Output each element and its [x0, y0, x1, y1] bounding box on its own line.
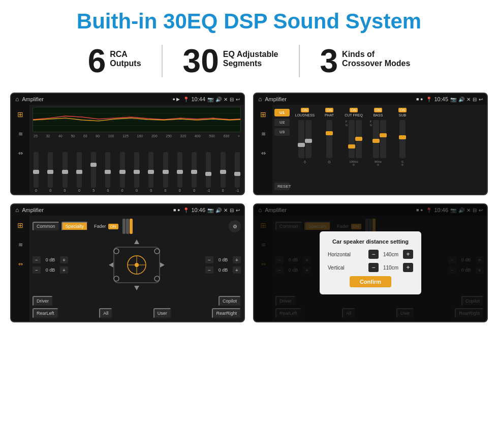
status-icons-2: 📍 10:45 📷 🔊 ✕ ⊟ ↩ [426, 96, 483, 102]
bass-slider-f[interactable] [373, 120, 379, 158]
db3-plus[interactable]: + [233, 256, 241, 263]
sub-on[interactable]: ON [398, 108, 407, 112]
home-icon-3: ⌂ [15, 206, 19, 214]
eq-icon-3[interactable]: ⊞ [15, 220, 26, 231]
camera-icon-3: 📷 [207, 207, 213, 213]
eq-slider-4: 0 [77, 152, 82, 192]
all-button[interactable]: All [99, 308, 112, 318]
close-icon-3: ✕ [224, 207, 228, 213]
stat-crossover-line1: Kinds of [342, 50, 410, 59]
svg-point-7 [135, 263, 139, 267]
fader-on-badge[interactable]: ON [108, 224, 118, 229]
stat-rca: 6 RCA Outputs [68, 45, 163, 77]
eq-icon-2[interactable]: ⊞ [258, 109, 269, 120]
wave-icon-3[interactable]: ≋ [15, 239, 26, 250]
stat-crossover-line2: Crossover Modes [342, 59, 410, 68]
common-tab[interactable]: Common [33, 222, 59, 231]
reset-button-crossover[interactable]: RESET [274, 183, 290, 190]
copilot-button[interactable]: Copilot [219, 296, 241, 306]
loudness-slider-r[interactable] [305, 120, 312, 158]
eq-slider-8: 0 [134, 152, 139, 192]
user-button[interactable]: User [153, 308, 171, 318]
stat-crossover-desc: Kinds of Crossover Modes [342, 45, 410, 68]
db1-minus[interactable]: − [33, 256, 41, 263]
status-title-3: Amplifier [22, 207, 170, 213]
db2-plus[interactable]: + [60, 266, 68, 274]
horizontal-plus[interactable]: + [403, 250, 413, 259]
vol-icon[interactable]: ⇔ [15, 147, 26, 159]
camera-icon-1: 📷 [207, 97, 213, 102]
clock-3: 10:46 [191, 207, 205, 213]
db3-minus[interactable]: − [205, 256, 213, 263]
eq-slider-14: 0 [221, 152, 226, 192]
screen-crossover-inner: ⊞ ≋ ⇔ U1 U2 U3 RESET ON [254, 105, 487, 194]
wave-icon-2[interactable]: ≋ [258, 128, 269, 139]
fader-bottom-row: Driver Copilot [33, 296, 241, 306]
waveform-icon-2: ≋ [261, 131, 266, 137]
rearright-button[interactable]: RearRight [212, 308, 241, 318]
eq-icon[interactable]: ⊞ [15, 109, 26, 120]
svg-marker-14 [109, 262, 113, 267]
u1-preset[interactable]: U1 [274, 109, 290, 116]
db4-plus[interactable]: + [233, 266, 241, 274]
phat-label: PHAT [325, 113, 334, 117]
cutfreq-slider-g[interactable] [356, 120, 362, 158]
cutfreq-on[interactable]: ON [350, 108, 358, 112]
loudness-slider-l[interactable] [298, 120, 304, 158]
volume-arrows-icon: ⇔ [18, 150, 23, 157]
db1-plus[interactable]: + [60, 256, 68, 263]
db4-minus[interactable]: − [205, 266, 213, 274]
eq-slider-15: -1 [235, 152, 240, 192]
wave-icon[interactable]: ≋ [15, 128, 26, 139]
eq-main-area: 25 32 40 50 63 80 100 125 160 200 250 32… [29, 105, 244, 194]
vertical-plus[interactable]: + [403, 263, 413, 272]
vol-icon-2[interactable]: ⇔ [258, 147, 269, 159]
eq-slider-6: 0 [105, 152, 110, 192]
eq-freq-labels: 25 32 40 50 63 80 100 125 160 200 250 32… [33, 134, 241, 138]
volume-icon-1: 🔊 [215, 97, 222, 102]
dialog-overlay: Car speaker distance setting Horizontal … [254, 204, 487, 321]
u2-preset[interactable]: U2 [274, 118, 290, 126]
fader-content: − 0 dB + − 0 dB + [33, 237, 241, 293]
screen-crossover: ⌂ Amplifier ■ ● 📍 10:45 📷 🔊 ✕ ⊟ ↩ ⊞ ≋ [253, 93, 488, 195]
rearleft-button[interactable]: RearLeft [33, 308, 58, 318]
waveform-icon: ≋ [18, 131, 23, 137]
vol-icon-3[interactable]: ⇔ [15, 258, 26, 270]
back-icon-1: ↩ [236, 97, 240, 102]
volume-icon-2: 🔊 [458, 97, 464, 102]
vertical-value: 110cm [381, 265, 401, 271]
cutfreq-slider-f[interactable] [349, 120, 355, 158]
location-icon-2: 📍 [426, 97, 432, 102]
dots-icon-2: ■ ● [416, 97, 423, 102]
driver-button[interactable]: Driver [33, 296, 53, 306]
phat-on[interactable]: ON [325, 108, 334, 112]
db4-value: 0 dB [215, 267, 231, 273]
db2-value: 0 dB [43, 267, 58, 273]
volume-arrows-icon-3: ⇔ [18, 261, 23, 267]
vertical-label: Vertical [328, 265, 345, 271]
loudness-module: ON LOUDNESS 0 [294, 108, 316, 191]
db2-minus[interactable]: − [33, 266, 41, 274]
stat-rca-line1: RCA [110, 50, 141, 59]
confirm-button[interactable]: Confirm [350, 276, 391, 287]
left-db-controls: − 0 dB + − 0 dB + [33, 237, 68, 293]
u3-preset[interactable]: U3 [274, 128, 290, 136]
vertical-minus[interactable]: − [368, 263, 379, 272]
back-icon-3: ↩ [236, 207, 240, 213]
horizontal-minus[interactable]: − [368, 250, 379, 259]
bass-on[interactable]: ON [374, 108, 383, 112]
settings-icon[interactable]: ⚙ [229, 220, 241, 232]
sub-slider[interactable] [399, 120, 406, 158]
eq-slider-5: 5 [91, 152, 96, 192]
bass-slider-g[interactable] [380, 120, 386, 158]
home-icon: ⌂ [15, 96, 19, 103]
stat-eq-line1: EQ Adjustable [223, 50, 278, 59]
location-icon-3: 📍 [183, 207, 189, 213]
status-bar-3: ⌂ Amplifier ■ ● 📍 10:46 📷 🔊 ✕ ⊟ ↩ [11, 204, 244, 216]
eq-slider-3: 0 [63, 152, 68, 192]
phat-slider[interactable] [326, 120, 332, 158]
db1-value: 0 dB [43, 257, 58, 262]
svg-point-10 [114, 276, 119, 281]
loudness-on[interactable]: ON [301, 108, 309, 112]
specialty-tab[interactable]: Specialty [61, 222, 88, 231]
